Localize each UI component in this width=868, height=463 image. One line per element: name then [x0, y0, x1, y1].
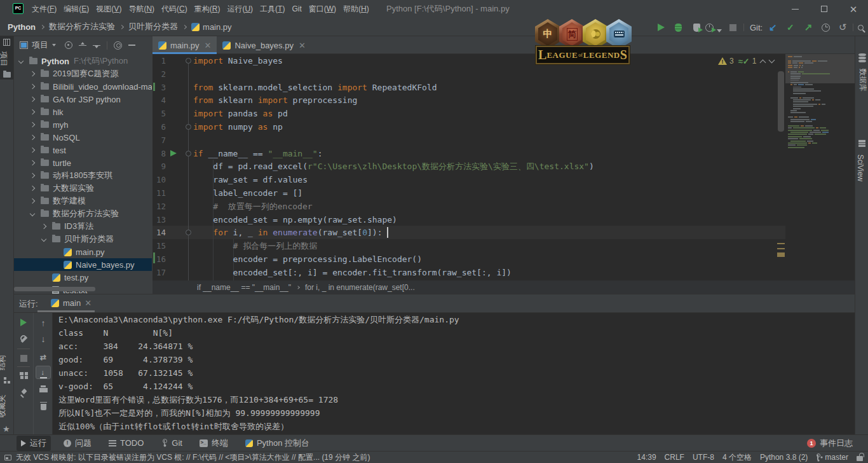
- clear-console-button[interactable]: [34, 401, 53, 411]
- chevron-right-icon[interactable]: [30, 122, 35, 127]
- debug-button[interactable]: [675, 22, 682, 32]
- restore-layout-button[interactable]: [14, 370, 33, 380]
- menu-5[interactable]: 代码(C): [158, 4, 191, 15]
- history-button[interactable]: [822, 22, 830, 32]
- ime-fullwidth-badge[interactable]: [583, 19, 608, 49]
- chevron-right-icon[interactable]: [30, 186, 35, 191]
- expand-all-icon[interactable]: [79, 42, 86, 48]
- toolwindow-button-终端[interactable]: 终端: [195, 436, 233, 451]
- toolwindow-button-问题[interactable]: 问题: [59, 436, 96, 451]
- chevron-right-icon[interactable]: [30, 109, 35, 114]
- toolwindow-button-Git[interactable]: Git: [156, 436, 187, 451]
- chevron-right-icon[interactable]: [30, 71, 35, 76]
- locate-file-icon[interactable]: [65, 41, 72, 49]
- status-message[interactable]: 无效 VCS 根映射: 以下目录被错误注册为 VCS 根: // F:\代码 /…: [16, 452, 370, 463]
- fold-marker-icon[interactable]: [186, 58, 191, 64]
- tree-item-数学建模[interactable]: 数学建模: [14, 195, 152, 207]
- collapse-all-icon[interactable]: [93, 42, 100, 48]
- ime-keyboard-badge[interactable]: [606, 19, 632, 49]
- up-stacktrace-button[interactable]: ↑: [34, 318, 53, 328]
- tree-item-ID3算法[interactable]: ID3算法: [14, 220, 152, 233]
- menu-2[interactable]: 编辑(E): [60, 4, 92, 15]
- menu-1[interactable]: 文件(F): [29, 4, 60, 15]
- menu-8[interactable]: 工具(T): [257, 4, 288, 15]
- code-area[interactable]: 1import Naive_bayes23from sklearn.model_…: [153, 54, 855, 280]
- indent-setting[interactable]: 4 个空格: [722, 452, 752, 463]
- tree-item-2019国赛C题资源[interactable]: 2019国赛C题资源: [14, 67, 152, 80]
- print-button[interactable]: [34, 384, 53, 394]
- close-icon[interactable]: ✕: [85, 298, 92, 308]
- chevron-down-icon[interactable]: [41, 237, 46, 242]
- coverage-button[interactable]: [693, 22, 700, 32]
- structure-stripe-icon[interactable]: [4, 377, 10, 384]
- profiler-dropdown[interactable]: [717, 25, 722, 36]
- tree-horizontal-scrollbar[interactable]: [14, 287, 95, 291]
- tree-item-hlk[interactable]: hlk: [14, 106, 152, 118]
- breadcrumb-item-1[interactable]: Python: [8, 22, 36, 32]
- tree-item-大数据实验[interactable]: 大数据实验: [14, 182, 152, 195]
- tree-item-动科1805李安琪[interactable]: 动科1805李安琪: [14, 169, 152, 182]
- tree-item-GA for JSP python[interactable]: GA for JSP python: [14, 93, 152, 106]
- favorites-stripe-icon[interactable]: ★: [3, 424, 10, 434]
- stripe-label-database[interactable]: 数据库: [857, 69, 868, 92]
- menu-3[interactable]: 视图(V): [93, 4, 125, 15]
- git-commit-button[interactable]: ✓: [787, 22, 794, 32]
- tree-item-main.py[interactable]: main.py: [14, 245, 152, 258]
- editor-scrollbar[interactable]: [778, 71, 784, 132]
- menu-11[interactable]: 帮助(H): [340, 4, 372, 15]
- close-button[interactable]: ✕: [839, 0, 868, 18]
- next-issue-icon[interactable]: [769, 57, 775, 64]
- stop-button[interactable]: [729, 22, 736, 32]
- code-minimap[interactable]: [785, 54, 855, 280]
- close-icon[interactable]: ✕: [205, 41, 212, 50]
- pycharm-logo-icon[interactable]: PC: [13, 3, 24, 14]
- git-update-button[interactable]: ↙: [769, 22, 777, 32]
- chevron-right-icon[interactable]: [30, 160, 35, 165]
- line-separator[interactable]: CRLF: [665, 453, 684, 462]
- breadcrumb-item-3[interactable]: 贝叶斯分类器: [128, 21, 178, 32]
- chevron-right-icon[interactable]: [30, 198, 35, 204]
- toolwindow-button-运行[interactable]: 运行: [17, 436, 51, 451]
- prev-issue-icon[interactable]: [760, 59, 766, 66]
- menu-4[interactable]: 导航(N): [125, 4, 158, 15]
- chevron-right-icon[interactable]: [30, 97, 35, 102]
- pin-tab-button[interactable]: [14, 388, 33, 398]
- minimize-button[interactable]: [780, 0, 810, 18]
- search-everywhere-button[interactable]: [858, 22, 864, 32]
- cursor-position[interactable]: 14:39: [637, 453, 656, 462]
- menu-10[interactable]: 窗口(W): [306, 4, 339, 15]
- menu-9[interactable]: Git: [288, 4, 304, 13]
- ime-chinese-badge[interactable]: 中: [535, 19, 560, 49]
- down-stacktrace-button[interactable]: ↓: [34, 334, 53, 344]
- tree-item-Python[interactable]: PythonF:\代码\Python: [14, 55, 152, 67]
- chevron-right-icon[interactable]: [30, 173, 35, 178]
- tree-item-Naive_bayes.py[interactable]: Naive_bayes.py: [14, 258, 152, 271]
- chevron-right-icon[interactable]: [30, 148, 35, 153]
- interpreter[interactable]: Python 3.8 (2): [760, 453, 808, 462]
- git-branch[interactable]: master: [816, 453, 848, 462]
- event-log[interactable]: 1 事件日志: [807, 438, 853, 449]
- breadcrumb-item-4[interactable]: main.py: [203, 22, 232, 32]
- profiler-button[interactable]: [705, 22, 714, 32]
- toolwindow-button-TODO[interactable]: TODO: [104, 436, 148, 451]
- chevron-right-icon[interactable]: [30, 84, 35, 89]
- soft-wrap-button[interactable]: ⇄: [34, 352, 53, 363]
- git-push-button[interactable]: ↗: [804, 22, 813, 32]
- tree-item-数据分析方法实验[interactable]: 数据分析方法实验: [14, 207, 152, 220]
- scroll-to-end-button[interactable]: [34, 369, 53, 379]
- toolwindow-button-Python 控制台[interactable]: Python 控制台: [241, 436, 314, 451]
- maximize-button[interactable]: [810, 0, 839, 18]
- chevron-right-icon[interactable]: [30, 135, 35, 140]
- editor-breadcrumb-1[interactable]: if __name__ == "__main__": [197, 283, 291, 292]
- run-button[interactable]: [658, 22, 665, 32]
- tree-item-test.py[interactable]: test.py: [14, 271, 152, 284]
- stripe-label-favorites[interactable]: 收藏夹: [0, 395, 8, 418]
- tree-item-NoSQL[interactable]: NoSQL: [14, 131, 152, 144]
- console-output[interactable]: E:\Anaconda3\Anaconda3\python.exe F:/代码/…: [52, 313, 855, 436]
- rollback-button[interactable]: ↺: [839, 22, 847, 32]
- stop-process-button[interactable]: [14, 353, 33, 363]
- editor-breadcrumb-2[interactable]: for i, _ in enumerate(raw_set[0...: [305, 283, 415, 292]
- hide-panel-icon[interactable]: [128, 45, 135, 46]
- tree-item-myh[interactable]: myh: [14, 118, 152, 131]
- chevron-right-icon[interactable]: [41, 224, 46, 229]
